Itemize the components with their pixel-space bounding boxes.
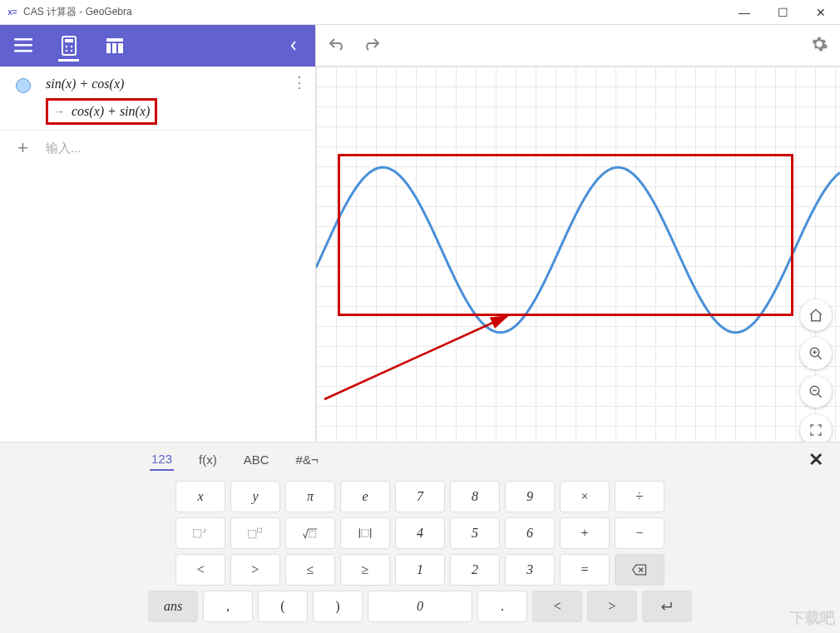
- window-titlebar: x= CAS 计算器 - GeoGebra — ☐ ✕: [0, 0, 840, 25]
- key-+[interactable]: +: [560, 517, 610, 549]
- kb-tab-fx[interactable]: f(x): [197, 449, 219, 470]
- key-|▢|[interactable]: [340, 517, 390, 549]
- zoom-in-button[interactable]: [800, 338, 832, 369]
- fullscreen-button[interactable]: [800, 414, 832, 442]
- key-⌫[interactable]: [615, 554, 665, 586]
- table-tab[interactable]: [91, 25, 137, 67]
- kb-tab-123[interactable]: 123: [150, 448, 174, 471]
- key-5[interactable]: 5: [450, 517, 500, 549]
- graph-view[interactable]: [316, 25, 840, 442]
- svg-rect-0: [14, 38, 32, 41]
- svg-point-5: [65, 46, 67, 47]
- key-ans[interactable]: ans: [148, 591, 198, 622]
- svg-rect-25: [309, 532, 316, 538]
- cas-panel: sin(x) + cos(x) → cos(x) + sin(x) ⋮ + 输入…: [0, 25, 316, 442]
- cas-row[interactable]: sin(x) + cos(x) → cos(x) + sin(x) ⋮: [0, 67, 315, 130]
- svg-rect-1: [14, 44, 32, 47]
- graph-toolbar: [316, 25, 840, 67]
- key-π[interactable]: π: [285, 481, 335, 512]
- cas-new-row[interactable]: + 输入...: [0, 130, 315, 166]
- undo-button[interactable]: [328, 37, 346, 55]
- key-<[interactable]: <: [532, 591, 582, 622]
- visibility-toggle[interactable]: [16, 78, 31, 93]
- zoom-in-icon: [808, 346, 823, 361]
- key-y[interactable]: y: [230, 481, 280, 512]
- key-≤[interactable]: ≤: [285, 554, 335, 586]
- keyboard-close-button[interactable]: ✕: [808, 449, 823, 471]
- key-÷[interactable]: ÷: [615, 481, 665, 512]
- key->[interactable]: >: [230, 554, 280, 586]
- cas-input-placeholder[interactable]: 输入...: [46, 141, 315, 156]
- window-controls: — ☐ ✕: [725, 0, 840, 25]
- key-−[interactable]: −: [615, 517, 665, 549]
- key-([interactable]: (: [258, 591, 308, 622]
- svg-line-19: [818, 393, 822, 398]
- home-icon: [808, 308, 823, 323]
- highlight-box-output: → cos(x) + sin(x): [46, 98, 157, 125]
- key-,[interactable]: ,: [203, 591, 253, 622]
- menu-button[interactable]: [0, 25, 46, 67]
- table-icon: [106, 37, 124, 54]
- svg-rect-10: [106, 43, 111, 53]
- key-2[interactable]: 2: [450, 554, 500, 586]
- zoom-out-button[interactable]: [800, 376, 832, 408]
- key-=[interactable]: =: [560, 554, 610, 586]
- keyboard-keys: xyπe789×÷2456+−<>≤≥123=ans,()0.<>: [0, 476, 840, 627]
- key-×[interactable]: ×: [560, 481, 610, 512]
- virtual-keyboard: 123 f(x) ABC #&¬ ✕ xyπe789×÷2456+−<>≤≥12…: [0, 442, 840, 633]
- undo-icon: [328, 37, 346, 52]
- cas-input[interactable]: sin(x) + cos(x): [46, 73, 290, 98]
- gear-icon: [810, 35, 828, 53]
- key-6[interactable]: 6: [505, 517, 555, 549]
- key-<[interactable]: <: [175, 554, 225, 586]
- cas-output: cos(x) + sin(x): [72, 104, 150, 119]
- svg-point-8: [70, 50, 72, 52]
- calculator-tab[interactable]: [46, 25, 91, 67]
- svg-rect-9: [106, 38, 123, 42]
- key-↵[interactable]: [642, 591, 692, 622]
- zoom-out-icon: [808, 384, 823, 399]
- key-▢²[interactable]: 2: [175, 517, 225, 549]
- svg-rect-24: [258, 528, 262, 532]
- highlight-box-curve: [338, 154, 793, 316]
- key-3[interactable]: 3: [505, 554, 555, 586]
- kb-tab-abc[interactable]: ABC: [242, 449, 271, 470]
- key-x[interactable]: x: [175, 481, 225, 512]
- key->[interactable]: >: [587, 591, 637, 622]
- key-9[interactable]: 9: [505, 481, 555, 512]
- key-√▢[interactable]: [285, 517, 335, 549]
- keyboard-tabs: 123 f(x) ABC #&¬ ✕: [0, 443, 840, 476]
- key-0[interactable]: 0: [368, 591, 472, 622]
- collapse-panel-button[interactable]: [277, 29, 310, 62]
- fullscreen-icon: [809, 423, 823, 437]
- row-more-button[interactable]: ⋮: [292, 73, 307, 91]
- minimize-button[interactable]: —: [725, 0, 763, 25]
- key-.[interactable]: .: [477, 591, 527, 622]
- key-4[interactable]: 4: [395, 517, 445, 549]
- svg-rect-11: [112, 43, 116, 53]
- redo-icon: [363, 37, 381, 52]
- key-)[interactable]: ): [313, 591, 363, 622]
- key-▢▫[interactable]: [230, 517, 280, 549]
- settings-button[interactable]: [810, 35, 828, 57]
- key-e[interactable]: e: [340, 481, 390, 512]
- app-icon: x=: [7, 7, 18, 18]
- key-≥[interactable]: ≥: [340, 554, 390, 586]
- svg-point-7: [65, 50, 67, 52]
- close-button[interactable]: ✕: [802, 0, 840, 25]
- svg-rect-4: [65, 39, 73, 42]
- kb-tab-sym[interactable]: #&¬: [294, 449, 320, 470]
- svg-line-13: [324, 316, 507, 399]
- key-8[interactable]: 8: [450, 481, 500, 512]
- chevron-left-icon: [289, 40, 298, 52]
- svg-rect-21: [194, 530, 201, 537]
- titlebar-left: x= CAS 计算器 - GeoGebra: [7, 5, 132, 19]
- redo-button[interactable]: [363, 37, 381, 55]
- cas-toolbar: [0, 25, 315, 67]
- add-row-button[interactable]: +: [0, 137, 46, 159]
- maximize-button[interactable]: ☐: [763, 0, 802, 25]
- key-7[interactable]: 7: [395, 481, 445, 512]
- key-1[interactable]: 1: [395, 554, 445, 586]
- svg-line-15: [818, 355, 822, 359]
- home-button[interactable]: [800, 299, 832, 331]
